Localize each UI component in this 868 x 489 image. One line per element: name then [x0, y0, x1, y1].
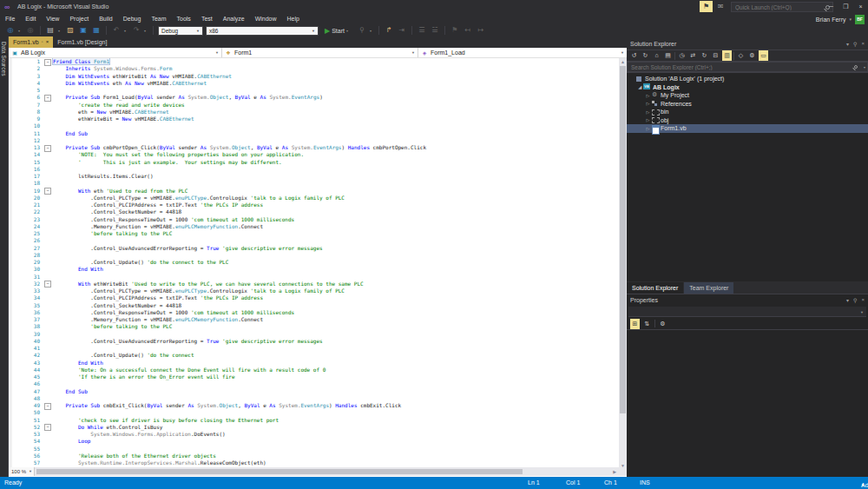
code-line[interactable]: 42 .Control_Update() 'do the connect	[9, 352, 619, 359]
undo-icon[interactable]: ↶	[111, 25, 122, 36]
code-line[interactable]: 35 .Control_SocketNumber = 44818	[9, 302, 619, 309]
forward-icon[interactable]: ↻	[641, 50, 650, 61]
code-line[interactable]: 32 With ethWriteBit 'Used to write to th…	[9, 281, 619, 287]
code-line[interactable]: 44 'Note: On a successful connect the Do…	[9, 367, 619, 373]
code-line[interactable]: 52 Do While eth.Control_IsBusy	[9, 424, 619, 431]
code-line[interactable]: 17 lstResults.Items.Clear()	[9, 173, 619, 180]
menu-edit[interactable]: Edit	[20, 14, 41, 24]
code-line[interactable]: 12	[9, 137, 619, 144]
properties-icon[interactable]: ⚙	[747, 50, 757, 61]
vertical-scrollbar[interactable]: ▲ ▼	[619, 58, 627, 469]
code-line[interactable]: 21 .Control_PLCIPAddress = txtIP.Text 't…	[9, 202, 619, 208]
code-line[interactable]: 50	[9, 409, 619, 416]
code-line[interactable]: 27 .Control_UseAdvancedErrorReporting = …	[9, 245, 619, 252]
menu-window[interactable]: Window	[250, 14, 282, 24]
previous-bookmark-icon[interactable]: ↤	[463, 25, 473, 36]
find-icon[interactable]: ⚲	[357, 25, 367, 36]
user-area[interactable]: Brian Ferry ▾ BF	[816, 14, 865, 24]
code-line[interactable]: 43 End With	[9, 360, 619, 367]
code-line[interactable]: 7 'create the read and write devices	[9, 102, 619, 109]
code-line[interactable]: 6 Private Sub Form1_Load(ByVal sender As…	[9, 94, 619, 101]
code-line[interactable]: 47 End Sub	[9, 388, 619, 395]
chevron-down-icon[interactable]: ▾	[18, 29, 23, 33]
code-line[interactable]: 25 'before talking to the PLC	[9, 230, 619, 237]
fold-collapse-icon[interactable]	[43, 94, 53, 101]
menu-analyze[interactable]: Analyze	[218, 14, 250, 24]
code-line[interactable]: 16	[9, 166, 619, 173]
menu-project[interactable]: Project	[64, 14, 94, 24]
horizontal-scrollbar[interactable]	[36, 469, 523, 474]
code-line[interactable]: 37 .Memory_Function = vHMIABE.enuPLCMemo…	[9, 316, 619, 323]
solution-search-input[interactable]	[627, 62, 868, 72]
restore-button[interactable]: ❒	[840, 1, 852, 12]
menu-file[interactable]: File	[0, 14, 20, 24]
code-line[interactable]: 9 ethWriteBit = New vHMIABE.CABEthernet	[9, 116, 619, 122]
code-line[interactable]: 33 .Control_PLCType = vHMIABE.enuPLCType…	[9, 287, 619, 294]
chevron-down-icon[interactable]: ▾	[58, 29, 62, 33]
fold-collapse-icon[interactable]	[43, 188, 53, 195]
next-bookmark-icon[interactable]: ↦	[476, 25, 486, 36]
code-line[interactable]: 26	[9, 237, 619, 244]
pin-icon[interactable]: ⚲	[853, 41, 857, 47]
redo-icon[interactable]: ↷	[131, 25, 141, 36]
pin-tab-icon[interactable]: ◦	[42, 36, 43, 48]
fold-collapse-icon[interactable]	[43, 402, 53, 409]
tab-form1-vb[interactable]: Form1.vb◦×	[9, 36, 53, 48]
code-line[interactable]: 20 .Control_PLCType = vHMIABE.enuPLCType…	[9, 195, 619, 202]
quick-launch-input[interactable]	[732, 3, 832, 11]
menu-test[interactable]: Test	[196, 14, 218, 24]
solution-configuration-combo[interactable]: Debug▼	[158, 26, 203, 36]
menu-view[interactable]: View	[41, 14, 64, 24]
code-line[interactable]: 14 'NOTE: You must set the following pro…	[9, 151, 619, 158]
save-icon[interactable]: ▣	[78, 25, 89, 36]
code-line[interactable]: 57 System.Runtime.InteropServices.Marsha…	[9, 459, 619, 466]
expand-arrow-icon[interactable]: ▷	[645, 109, 651, 115]
collapse-all-icon[interactable]: ⊟	[711, 50, 720, 61]
code-editor[interactable]: 1Friend Class Form12 Inherits System.Win…	[9, 58, 619, 469]
step-into-icon[interactable]: ⇥	[397, 25, 407, 36]
properties-object-combo[interactable]: ▼	[628, 307, 866, 317]
code-line[interactable]: 18	[9, 180, 619, 187]
back-icon[interactable]: ↺	[629, 50, 639, 61]
property-pages-icon[interactable]: ⚙	[658, 319, 667, 329]
code-line[interactable]: 10	[9, 122, 619, 129]
pin-icon[interactable]: ⚲	[853, 297, 857, 303]
code-line[interactable]: 36 .Control_ResponseTimeOut = 1000 'com …	[9, 309, 619, 316]
tree-item-ab-logix[interactable]: ◢AB Logix	[627, 83, 868, 92]
code-line[interactable]: 2 Inherits System.Windows.Forms.Form	[9, 65, 619, 72]
menu-build[interactable]: Build	[94, 14, 118, 24]
code-line[interactable]: 19 With eth 'Used to read from the PLC	[9, 188, 619, 195]
minimize-button[interactable]: ─	[825, 1, 837, 12]
code-line[interactable]: 3 Dim WithEvents ethWriteBit As New vHMI…	[9, 73, 619, 80]
notifications-flag-icon[interactable]: ⚑	[700, 1, 713, 12]
code-line[interactable]: 56 'Release both of the Ethernet driver …	[9, 453, 619, 459]
code-line[interactable]: 5	[9, 87, 619, 94]
code-line[interactable]: 28	[9, 252, 619, 259]
user-name[interactable]: Brian Ferry	[816, 17, 846, 23]
class-dropdown[interactable]: ❖ Form1 ▼	[222, 48, 418, 57]
code-line[interactable]: 4 Dim WithEvents eth As New vHMIABE.CABE…	[9, 80, 619, 87]
window-menu-icon[interactable]: ▾	[846, 41, 849, 47]
categorized-icon[interactable]: ⊞	[630, 319, 640, 329]
pending-changes-filter-icon[interactable]: ◷	[677, 50, 687, 61]
scrollbar-thumb[interactable]	[620, 66, 626, 413]
tree-item-solution-ab-logix-1-project-[interactable]: Solution 'AB Logix' (1 project)	[627, 75, 868, 83]
switch-views-icon[interactable]: ▤	[663, 50, 673, 61]
preview-selected-items-icon[interactable]: ▭	[759, 50, 768, 61]
refresh-icon[interactable]: ↻	[700, 50, 709, 61]
comment-icon[interactable]: ☰	[417, 25, 427, 36]
code-line[interactable]: 24 .Memory_Function = vHMIABE.enuPLCMemo…	[9, 223, 619, 230]
chevron-down-icon[interactable]: ▾	[864, 65, 865, 69]
code-line[interactable]: 22 .Control_SocketNumber = 44818	[9, 208, 619, 215]
view-code-icon[interactable]: ◇	[736, 50, 746, 61]
home-icon[interactable]: ⌂	[652, 50, 661, 61]
fold-collapse-icon[interactable]	[43, 281, 53, 287]
code-line[interactable]: 1Friend Class Form1	[9, 58, 619, 65]
code-line[interactable]: 53 System.Windows.Forms.Application.DoEv…	[9, 431, 619, 438]
code-line[interactable]: 8 eth = New vHMIABE.CABEthernet	[9, 109, 619, 116]
start-debug-button[interactable]: ▶ Start ▾	[321, 25, 354, 36]
code-line[interactable]: 55	[9, 446, 619, 453]
code-line[interactable]: 31	[9, 274, 619, 281]
tab-form1-vb-design-[interactable]: Form1.vb [Design]	[53, 36, 111, 48]
tree-item-bin[interactable]: ▷bin	[627, 108, 868, 116]
